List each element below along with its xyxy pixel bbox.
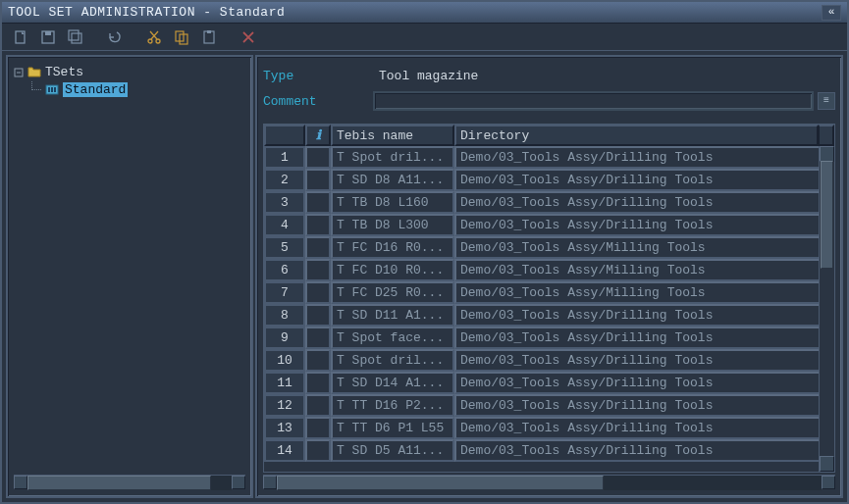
row-info-cell[interactable] xyxy=(305,259,331,281)
table-row[interactable]: 13T TT D6 P1 L55Demo/03_Tools Assy/Drill… xyxy=(264,417,834,439)
tree-collapse-icon[interactable] xyxy=(14,67,24,76)
row-directory[interactable]: Demo/03_Tools Assy/Milling Tools xyxy=(454,236,834,259)
row-tebis-name[interactable]: T FC D10 R0... xyxy=(331,259,454,281)
tree-root-tsets[interactable]: TSets xyxy=(14,63,245,80)
row-info-cell[interactable] xyxy=(305,327,331,349)
cut-icon[interactable] xyxy=(143,26,165,48)
table-row[interactable]: 12T TT D16 P2...Demo/03_Tools Assy/Drill… xyxy=(264,394,834,417)
row-directory[interactable]: Demo/03_Tools Assy/Drilling Tools xyxy=(454,191,834,214)
row-tebis-name[interactable]: T SD D11 A1... xyxy=(331,304,454,327)
row-info-cell[interactable] xyxy=(305,214,331,236)
row-directory[interactable]: Demo/03_Tools Assy/Drilling Tools xyxy=(454,439,834,462)
row-directory[interactable]: Demo/03_Tools Assy/Milling Tools xyxy=(454,259,834,281)
table-row[interactable]: 8T SD D11 A1...Demo/03_Tools Assy/Drilli… xyxy=(264,304,834,327)
row-tebis-name[interactable]: T Spot face... xyxy=(331,327,454,349)
column-rownum[interactable] xyxy=(264,125,305,146)
row-number[interactable]: 10 xyxy=(264,349,305,372)
row-tebis-name[interactable]: T Spot dril... xyxy=(331,349,454,372)
row-tebis-name[interactable]: T SD D8 A11... xyxy=(331,169,454,191)
table-row[interactable]: 10T Spot dril...Demo/03_Tools Assy/Drill… xyxy=(264,349,834,372)
table-row[interactable]: 11T SD D14 A1...Demo/03_Tools Assy/Drill… xyxy=(264,372,834,394)
save-icon[interactable] xyxy=(37,26,59,48)
table-row[interactable]: 14T SD D5 A11...Demo/03_Tools Assy/Drill… xyxy=(264,439,834,462)
copy-icon[interactable] xyxy=(171,26,192,48)
row-directory[interactable]: Demo/03_Tools Assy/Drilling Tools xyxy=(454,327,834,349)
row-info-cell[interactable] xyxy=(305,236,331,259)
table-row[interactable]: 7T FC D25 R0...Demo/03_Tools Assy/Millin… xyxy=(264,281,834,304)
table-row[interactable]: 2T SD D8 A11...Demo/03_Tools Assy/Drilli… xyxy=(264,169,834,191)
row-directory[interactable]: Demo/03_Tools Assy/Drilling Tools xyxy=(454,394,834,417)
column-directory[interactable]: Directory xyxy=(454,125,819,146)
row-number[interactable]: 12 xyxy=(264,394,305,417)
column-tebis-name[interactable]: Tebis name xyxy=(331,125,454,146)
detail-h-scrollbar[interactable] xyxy=(263,475,835,490)
svg-point-6 xyxy=(156,39,160,43)
table-row[interactable]: 3T TB D8 L160Demo/03_Tools Assy/Drilling… xyxy=(264,191,834,214)
new-icon[interactable] xyxy=(10,26,31,48)
row-info-cell[interactable] xyxy=(305,394,331,417)
content-area: TSets Standard Type Tool magazine xyxy=(2,51,847,502)
row-tebis-name[interactable]: T FC D25 R0... xyxy=(331,281,454,304)
row-directory[interactable]: Demo/03_Tools Assy/Drilling Tools xyxy=(454,146,834,169)
window-title: TOOL SET ADMINISTRATION - Standard xyxy=(8,5,285,20)
row-info-cell[interactable] xyxy=(305,191,331,214)
row-number[interactable]: 7 xyxy=(264,281,305,304)
toolset-tree[interactable]: TSets Standard xyxy=(14,63,245,473)
row-info-cell[interactable] xyxy=(305,349,331,372)
row-directory[interactable]: Demo/03_Tools Assy/Drilling Tools xyxy=(454,304,834,327)
comment-expand-icon[interactable]: ≡ xyxy=(818,92,835,110)
row-number[interactable]: 6 xyxy=(264,259,305,281)
row-directory[interactable]: Demo/03_Tools Assy/Milling Tools xyxy=(454,281,834,304)
grid-header: ℹ Tebis name Directory xyxy=(264,125,834,146)
row-directory[interactable]: Demo/03_Tools Assy/Drilling Tools xyxy=(454,417,834,439)
save-all-icon[interactable] xyxy=(65,26,86,48)
toolbar xyxy=(2,24,847,51)
row-info-cell[interactable] xyxy=(305,417,331,439)
delete-icon[interactable] xyxy=(238,26,259,48)
table-row[interactable]: 5T FC D16 R0...Demo/03_Tools Assy/Millin… xyxy=(264,236,834,259)
row-info-cell[interactable] xyxy=(305,372,331,394)
row-number[interactable]: 8 xyxy=(264,304,305,327)
row-directory[interactable]: Demo/03_Tools Assy/Drilling Tools xyxy=(454,169,834,191)
svg-rect-3 xyxy=(69,30,79,40)
row-tebis-name[interactable]: T SD D14 A1... xyxy=(331,372,454,394)
row-tebis-name[interactable]: T Spot dril... xyxy=(331,146,454,169)
row-number[interactable]: 13 xyxy=(264,417,305,439)
table-row[interactable]: 4T TB D8 L300Demo/03_Tools Assy/Drilling… xyxy=(264,214,834,236)
table-row[interactable]: 6T FC D10 R0...Demo/03_Tools Assy/Millin… xyxy=(264,259,834,281)
row-tebis-name[interactable]: T SD D5 A11... xyxy=(331,439,454,462)
row-number[interactable]: 9 xyxy=(264,327,305,349)
row-number[interactable]: 14 xyxy=(264,439,305,462)
tree-h-scrollbar[interactable] xyxy=(14,475,245,490)
row-info-cell[interactable] xyxy=(305,304,331,327)
table-row[interactable]: 1T Spot dril...Demo/03_Tools Assy/Drilli… xyxy=(264,146,834,169)
row-tebis-name[interactable]: T TT D6 P1 L55 xyxy=(331,417,454,439)
row-info-cell[interactable] xyxy=(305,146,331,169)
collapse-button[interactable]: « xyxy=(822,5,841,21)
column-info[interactable]: ℹ xyxy=(305,125,331,146)
row-info-cell[interactable] xyxy=(305,169,331,191)
row-number[interactable]: 3 xyxy=(264,191,305,214)
row-directory[interactable]: Demo/03_Tools Assy/Drilling Tools xyxy=(454,372,834,394)
row-info-cell[interactable] xyxy=(305,281,331,304)
row-number[interactable]: 4 xyxy=(264,214,305,236)
tree-node-standard[interactable]: Standard xyxy=(14,80,245,98)
row-number[interactable]: 5 xyxy=(264,236,305,259)
row-number[interactable]: 11 xyxy=(264,372,305,394)
row-directory[interactable]: Demo/03_Tools Assy/Drilling Tools xyxy=(454,349,834,372)
table-row[interactable]: 9T Spot face...Demo/03_Tools Assy/Drilli… xyxy=(264,327,834,349)
info-icon: ℹ xyxy=(316,127,321,143)
row-info-cell[interactable] xyxy=(305,439,331,462)
row-tebis-name[interactable]: T FC D16 R0... xyxy=(331,236,454,259)
row-number[interactable]: 1 xyxy=(264,146,305,169)
row-tebis-name[interactable]: T TT D16 P2... xyxy=(331,394,454,417)
undo-icon[interactable] xyxy=(104,26,126,48)
row-tebis-name[interactable]: T TB D8 L300 xyxy=(331,214,454,236)
paste-icon[interactable] xyxy=(198,26,220,48)
comment-field[interactable] xyxy=(373,91,814,111)
row-directory[interactable]: Demo/03_Tools Assy/Drilling Tools xyxy=(454,214,834,236)
row-number[interactable]: 2 xyxy=(264,169,305,191)
grid-v-scrollbar[interactable] xyxy=(819,146,834,472)
row-tebis-name[interactable]: T TB D8 L160 xyxy=(331,191,454,214)
svg-rect-2 xyxy=(45,31,51,35)
